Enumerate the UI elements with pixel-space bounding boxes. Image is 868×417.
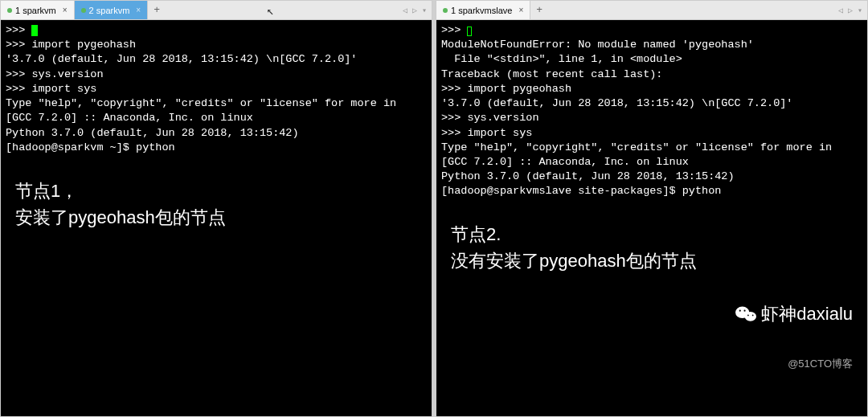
- close-icon[interactable]: ×: [136, 6, 141, 14]
- right-terminal[interactable]: >>> ModuleNotFoundError: No module named…: [436, 20, 867, 416]
- terminal-line: '3.7.0 (default, Jun 28 2018, 13:15:42) …: [6, 52, 427, 67]
- add-tab-button[interactable]: +: [148, 1, 166, 19]
- left-pane: 1 sparkvm × 2 sparkvm × + ◁ ▷ ▾ >>> >>> …: [0, 0, 432, 417]
- signature-main: 虾神daxialu: [735, 302, 853, 326]
- terminal-line: >>> sys.version: [441, 111, 862, 125]
- terminal-line: [hadoop@sparkvmslave site-packages]$ pyt…: [441, 184, 862, 198]
- terminal-line: [GCC 7.2.0] :: Anaconda, Inc. on linux: [6, 111, 427, 125]
- wechat-icon: [735, 305, 756, 323]
- terminal-line: Traceback (most recent call last):: [441, 67, 862, 82]
- terminal-line: [hadoop@sparkvm ~]$ python: [6, 141, 427, 155]
- terminal-line: >>> import sys: [6, 82, 427, 96]
- tab-sparkvm-2[interactable]: 2 sparkvm ×: [75, 1, 149, 19]
- status-dot-icon: [7, 8, 12, 13]
- svg-point-5: [752, 314, 754, 316]
- svg-point-3: [744, 309, 746, 311]
- tab-sparkvmslave-1[interactable]: 1 sparkvmslave ×: [436, 1, 530, 19]
- annotation-node1: 节点1， 安装了pygeohash包的节点: [15, 178, 226, 231]
- tab-label: 2 sparkvm: [89, 6, 130, 15]
- terminal-line: Python 3.7.0 (default, Jun 28 2018, 13:1…: [6, 126, 427, 141]
- terminal-line: [441, 199, 862, 214]
- chevron-right-icon[interactable]: ▷: [846, 6, 854, 15]
- svg-point-1: [745, 312, 756, 321]
- left-terminal[interactable]: >>> >>> import pygeohash'3.7.0 (default,…: [1, 20, 432, 416]
- svg-point-4: [747, 314, 749, 316]
- tab-sparkvm-1[interactable]: 1 sparkvm ×: [1, 1, 75, 19]
- chevron-right-icon[interactable]: ▷: [411, 6, 419, 15]
- annotation-node2: 节点2. 没有安装了pygeohash包的节点: [451, 221, 697, 274]
- add-tab-button[interactable]: +: [530, 1, 548, 19]
- status-dot-icon: [81, 8, 86, 13]
- terminal-line: ModuleNotFoundError: No module named 'py…: [441, 38, 862, 52]
- terminal-line: '3.7.0 (default, Jun 28 2018, 13:15:42) …: [441, 96, 862, 111]
- terminal-line: [GCC 7.2.0] :: Anaconda, Inc. on linux: [441, 155, 862, 170]
- right-pane: 1 sparkvmslave × + ◁ ▷ ▾ >>> ModuleNotFo…: [436, 0, 868, 417]
- terminal-line: [6, 155, 427, 170]
- menu-icon[interactable]: ▾: [856, 6, 864, 15]
- tab-label: 1 sparkvm: [15, 6, 56, 15]
- close-icon[interactable]: ×: [63, 6, 68, 14]
- signature-sub: @51CTO博客: [735, 357, 853, 371]
- terminal-line: >>> sys.version: [6, 67, 427, 82]
- chevron-left-icon[interactable]: ◁: [401, 6, 409, 15]
- tab-nav: ◁ ▷ ▾: [401, 1, 432, 19]
- status-dot-icon: [443, 8, 448, 13]
- cursor-block: [467, 27, 472, 36]
- terminal-line: >>> import pygeohash: [6, 38, 427, 52]
- terminal-line: Type "help", "copyright", "credits" or "…: [6, 96, 427, 111]
- chevron-left-icon[interactable]: ◁: [837, 6, 845, 15]
- tab-nav: ◁ ▷ ▾: [837, 1, 867, 19]
- menu-icon[interactable]: ▾: [420, 6, 428, 15]
- close-icon[interactable]: ×: [518, 6, 523, 14]
- right-tabstrip: 1 sparkvmslave × + ◁ ▷ ▾: [436, 1, 867, 20]
- cursor-block: [31, 25, 38, 36]
- terminal-line: File "<stdin>", line 1, in <module>: [441, 52, 862, 67]
- tab-label: 1 sparkvmslave: [451, 6, 512, 15]
- left-tabstrip: 1 sparkvm × 2 sparkvm × + ◁ ▷ ▾: [1, 1, 432, 20]
- terminal-line: Type "help", "copyright", "credits" or "…: [441, 141, 862, 155]
- terminal-line: >>> import sys: [441, 126, 862, 141]
- terminal-line: Python 3.7.0 (default, Jun 28 2018, 13:1…: [441, 170, 862, 184]
- signature: 虾神daxialu @51CTO博客: [735, 272, 853, 400]
- terminal-line: >>>: [441, 23, 862, 38]
- terminal-line: >>>: [6, 23, 427, 38]
- terminal-line: >>> import pygeohash: [441, 82, 862, 96]
- signature-text: 虾神daxialu: [761, 302, 853, 326]
- svg-point-2: [739, 309, 741, 311]
